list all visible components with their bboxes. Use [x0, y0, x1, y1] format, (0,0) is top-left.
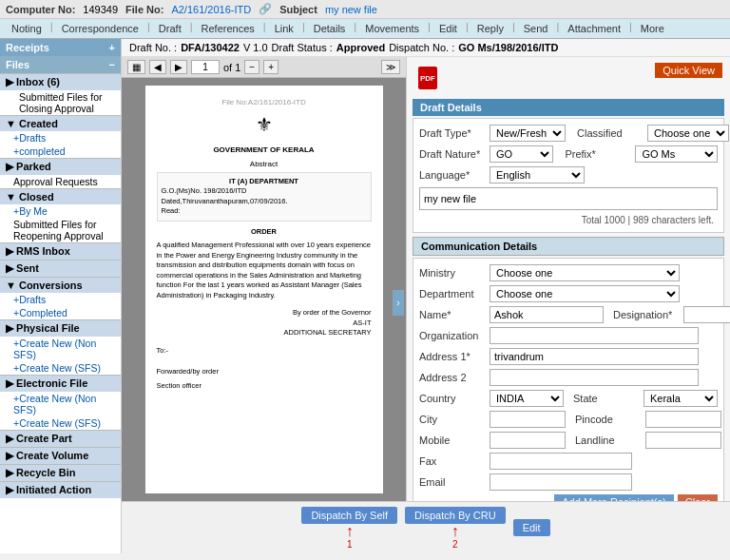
landline-input[interactable] [645, 432, 721, 449]
mobile-input[interactable] [490, 432, 566, 449]
add-recipient-button[interactable]: Add More Recipient(s) [554, 494, 673, 501]
sidebar-receipts-header[interactable]: Receipts + [0, 39, 121, 56]
fax-input[interactable] [490, 453, 632, 470]
sidebar-elec-non-sfs[interactable]: +Create New (Non SFS) [0, 392, 121, 416]
city-input[interactable] [490, 411, 566, 428]
sidebar-created[interactable]: ▼ Created [0, 115, 121, 131]
dispatch-cru-indicator: ↑ 2 [451, 524, 459, 550]
tab-link[interactable]: Link [269, 21, 299, 36]
doc-expand-side-btn[interactable]: › [393, 290, 404, 316]
subject-link[interactable]: my new file [325, 4, 377, 15]
sidebar-parked[interactable]: ▶ Parked [0, 158, 121, 175]
computer-no: 149349 [83, 4, 118, 15]
name-row: Name* Ashok Designation* [419, 306, 718, 323]
sidebar-inbox[interactable]: ▶ Inbox (6) [0, 73, 121, 90]
tab-attachment[interactable]: Attachment [562, 21, 626, 36]
sidebar-completed[interactable]: +completed [0, 145, 121, 158]
draft-status: Approved [336, 42, 385, 53]
email-label: Email [419, 476, 486, 488]
doc-zoom-out-btn[interactable]: − [244, 60, 259, 74]
state-select[interactable]: Kerala [644, 390, 718, 407]
tab-more[interactable]: More [635, 21, 670, 36]
draft-type-select[interactable]: New/Fresh [490, 125, 566, 142]
doc-expand-btn[interactable]: ≫ [381, 60, 400, 74]
sidebar-create-part[interactable]: ▶ Create Part [0, 430, 121, 447]
go-ref: G.O.(Ms)No. 198/2016/ITD Dated,Thiruvana… [162, 186, 367, 206]
designation-input[interactable] [683, 306, 730, 323]
dispatch-self-group: Dispatch By Self ↑ 1 [301, 507, 397, 550]
tab-edit[interactable]: Edit [433, 21, 463, 36]
tab-correspondence[interactable]: Correspondence [56, 21, 144, 36]
dispatch-no-label: Dispatch No. : [389, 42, 454, 53]
country-row: Country INDIA State Kerala [419, 390, 718, 407]
sidebar-rms-inbox[interactable]: ▶ RMS Inbox [0, 242, 121, 260]
dispatch-no: GO Ms/198/2016/ITD [458, 42, 558, 53]
subject-input[interactable]: my new file [419, 187, 718, 210]
sidebar-recycle-bin[interactable]: ▶ Recycle Bin [0, 464, 121, 481]
sidebar-drafts[interactable]: +Drafts [0, 131, 121, 145]
sidebar-conversions[interactable]: ▼ Conversions [0, 277, 121, 293]
tab-draft[interactable]: Draft [153, 21, 187, 36]
sidebar-closed[interactable]: ▼ Closed [0, 188, 121, 204]
draft-type-label: Draft Type* [419, 127, 486, 139]
files-collapse-icon[interactable]: − [109, 59, 115, 70]
sidebar-conv-drafts[interactable]: +Drafts [0, 293, 121, 306]
sidebar-initiated-action[interactable]: ▶ Initiated Action [0, 481, 121, 498]
tab-send[interactable]: Send [518, 21, 554, 36]
address2-input[interactable] [490, 369, 699, 386]
tab-noting[interactable]: Noting [6, 21, 48, 36]
sidebar-physical-file[interactable]: ▶ Physical File [0, 319, 121, 337]
email-input[interactable] [490, 473, 632, 491]
sidebar-create-volume[interactable]: ▶ Create Volume [0, 447, 121, 464]
sidebar-approval-requests[interactable]: Approval Requests [0, 175, 121, 188]
address2-label: Address 2 [419, 372, 486, 383]
prefix-select[interactable]: GO Ms [635, 145, 718, 163]
draft-nature-select[interactable]: GO [490, 145, 553, 163]
dispatch-cru-button[interactable]: Dispatch By CRU [405, 507, 506, 524]
file-no-link[interactable]: A2/161/2016-ITD [171, 4, 251, 15]
doc-next-btn[interactable]: ▶ [170, 60, 187, 74]
mobile-label: Mobile [419, 434, 486, 446]
sidebar-files-header[interactable]: Files − [0, 56, 121, 73]
quick-view-button[interactable]: Quick View [655, 63, 722, 78]
order-title: ORDER [157, 227, 372, 238]
indicator1: 1 [347, 539, 353, 550]
tab-references[interactable]: References [196, 21, 260, 36]
sidebar-electronic-file[interactable]: ▶ Electronic File [0, 375, 121, 392]
country-select[interactable]: INDIA [490, 390, 564, 407]
doc-thumbnail-btn[interactable]: ▦ [127, 60, 145, 74]
doc-zoom-in-btn[interactable]: + [263, 60, 279, 74]
by-order: By order of the Governor [157, 308, 372, 319]
sidebar-create-non-sfs[interactable]: +Create New (Non SFS) [0, 337, 121, 361]
state-label: State [573, 393, 640, 404]
comm-details-content: Ministry Choose one Department Choose on… [413, 258, 724, 501]
sidebar-by-me[interactable]: +By Me [0, 204, 121, 218]
sidebar-sent[interactable]: ▶ Sent [0, 260, 121, 277]
pincode-input[interactable] [645, 411, 721, 428]
name-input[interactable]: Ashok [490, 306, 604, 323]
sidebar-conv-completed[interactable]: +Completed [0, 306, 121, 319]
edit-button[interactable]: Edit [513, 519, 550, 536]
tab-movements[interactable]: Movements [359, 21, 425, 36]
dispatch-self-button[interactable]: Dispatch By Self [301, 507, 397, 524]
clear-button[interactable]: Clear [678, 494, 718, 501]
organization-input[interactable] [490, 327, 699, 344]
sidebar-submitted-closing[interactable]: Submitted Files for Closing Approval [0, 90, 121, 115]
sidebar-submitted-reopening[interactable]: Submitted Files for Reopening Approval [0, 218, 121, 242]
sidebar-elec-sfs[interactable]: +Create New (SFS) [0, 416, 121, 430]
department-select[interactable]: Choose one [490, 285, 680, 302]
address1-input[interactable]: trivandrum [490, 348, 699, 365]
sidebar-create-sfs[interactable]: +Create New (SFS) [0, 361, 121, 375]
order-text: A qualified Management Professional with… [157, 241, 372, 300]
tab-details[interactable]: Details [308, 21, 352, 36]
receipts-expand-icon[interactable]: + [109, 42, 115, 53]
classified-select[interactable]: Choose one [647, 125, 729, 142]
tab-reply[interactable]: Reply [471, 21, 509, 36]
doc-page-input[interactable]: 1 [191, 60, 220, 74]
ministry-select[interactable]: Choose one [490, 264, 680, 281]
doc-prev-btn[interactable]: ◀ [149, 60, 166, 74]
language-select[interactable]: English [490, 166, 585, 183]
email-row: Email [419, 473, 718, 491]
nav-tabs: Noting| Correspondence| Draft| Reference… [0, 19, 730, 39]
draft-version: V 1.0 [243, 42, 268, 53]
